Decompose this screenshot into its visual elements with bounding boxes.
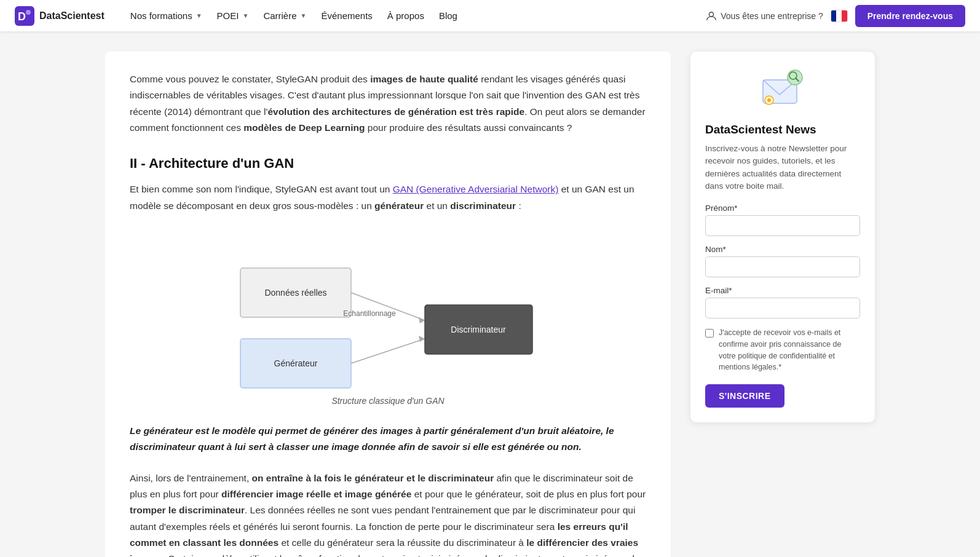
- svg-line-9: [351, 339, 425, 363]
- svg-text:D: D: [18, 10, 26, 23]
- nav-blog[interactable]: Blog: [433, 7, 464, 25]
- prenom-label: Prénom*: [705, 203, 860, 213]
- blockquote: Le générateur est le modèle qui permet d…: [130, 423, 646, 456]
- nom-group: Nom*: [705, 245, 860, 277]
- gan-link[interactable]: GAN (Generative Adversiarial Network): [393, 184, 559, 194]
- header-left: D DataScientest Nos formations ▼ POEI ▼ …: [15, 6, 464, 26]
- nav-evenements[interactable]: Événements: [315, 7, 378, 25]
- svg-marker-11: [419, 317, 425, 323]
- svg-text:Générateur: Générateur: [274, 358, 318, 368]
- nom-input[interactable]: [705, 256, 860, 277]
- svg-text:Echantillonnage: Echantillonnage: [343, 309, 396, 318]
- nav-poei[interactable]: POEI ▼: [211, 7, 255, 25]
- gan-diagram-container: Données réelles Générateur Echantillonna…: [130, 231, 646, 406]
- french-flag[interactable]: [831, 10, 848, 22]
- newsletter-icon-area: [705, 66, 860, 116]
- section-paragraph: Et bien comme son nom l'indique, StyleGA…: [130, 181, 646, 214]
- prenom-group: Prénom*: [705, 203, 860, 236]
- email-group: E-mail*: [705, 286, 860, 318]
- logo-icon: D: [15, 6, 34, 26]
- subscribe-button[interactable]: S'INSCRIRE: [705, 384, 784, 408]
- email-input[interactable]: [705, 298, 860, 318]
- prenom-input[interactable]: [705, 215, 860, 236]
- main-content: Comme vous pouvez le constater, StyleGAN…: [105, 52, 671, 557]
- email-label: E-mail*: [705, 286, 860, 295]
- diagram-caption: Structure classique d'un GAN: [331, 396, 444, 406]
- enterprise-link[interactable]: Vous êtes une entreprise ?: [706, 10, 823, 22]
- page-wrapper: Comme vous pouvez le constater, StyleGAN…: [90, 32, 890, 557]
- chevron-down-icon: ▼: [301, 12, 307, 19]
- intro-paragraph: Comme vous pouvez le constater, StyleGAN…: [130, 71, 646, 136]
- body-paragraph: Ainsi, lors de l'entrainement, on entraî…: [130, 470, 646, 557]
- nav-nos-formations[interactable]: Nos formations ▼: [124, 7, 208, 25]
- svg-text:Données réelles: Données réelles: [264, 288, 326, 298]
- header-right: Vous êtes une entreprise ? Prendre rende…: [706, 5, 965, 27]
- svg-point-2: [26, 10, 31, 15]
- consent-checkbox[interactable]: [705, 329, 714, 338]
- newsletter-card: DataScientest News Inscrivez-vous à notr…: [690, 52, 875, 422]
- enterprise-icon: [706, 10, 717, 22]
- main-nav: Nos formations ▼ POEI ▼ Carrière ▼ Événe…: [124, 7, 464, 25]
- section-heading: II - Architecture d'un GAN: [130, 156, 646, 172]
- logo[interactable]: D DataScientest: [15, 6, 105, 26]
- cta-button[interactable]: Prendre rendez-vous: [855, 5, 965, 27]
- svg-text:Discriminateur: Discriminateur: [451, 325, 506, 334]
- svg-point-3: [709, 12, 714, 16]
- chevron-down-icon: ▼: [196, 12, 202, 19]
- sidebar: DataScientest News Inscrivez-vous à notr…: [690, 52, 875, 557]
- consent-label: J'accepte de recevoir vos e-mails et con…: [719, 327, 860, 373]
- chevron-down-icon: ▼: [242, 12, 248, 19]
- nom-label: Nom*: [705, 245, 860, 254]
- sidebar-description: Inscrivez-vous à notre Newsletter pour r…: [705, 143, 860, 192]
- nav-carriere[interactable]: Carrière ▼: [257, 7, 312, 25]
- consent-row: J'accepte de recevoir vos e-mails et con…: [705, 327, 860, 373]
- gan-diagram: Données réelles Générateur Echantillonna…: [228, 231, 548, 391]
- newsletter-icon: [758, 66, 807, 116]
- svg-point-20: [767, 98, 771, 102]
- sidebar-title: DataScientest News: [705, 123, 860, 136]
- logo-text: DataScientest: [39, 10, 105, 22]
- header: D DataScientest Nos formations ▼ POEI ▼ …: [0, 0, 980, 32]
- nav-a-propos[interactable]: À propos: [381, 7, 430, 25]
